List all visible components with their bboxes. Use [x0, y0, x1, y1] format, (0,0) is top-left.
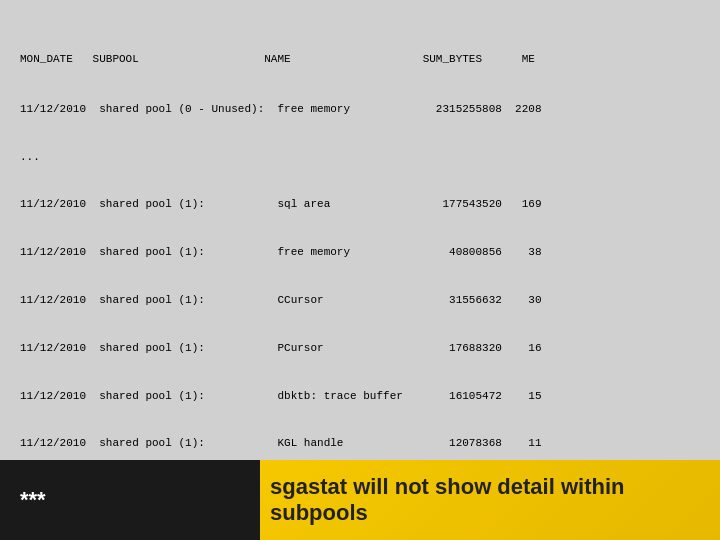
footer-yellow: sgastat will not show detail within subp…	[260, 460, 720, 540]
s1-row-3: 11/12/2010 shared pool (1): CCursor 3155…	[20, 293, 700, 309]
s1-row-1: 11/12/2010 shared pool (1): sql area 177…	[20, 197, 700, 213]
s1-row-5: 11/12/2010 shared pool (1): dbktb: trace…	[20, 389, 700, 405]
footer-stars: ***	[20, 487, 46, 513]
footer-black: ***	[0, 460, 260, 540]
col-mon-date: MON_DATE SUBPOOL NAME SUM_BYTES ME	[20, 53, 535, 65]
main-content: MON_DATE SUBPOOL NAME SUM_BYTES ME 11/12…	[0, 0, 720, 540]
ellipsis-1: ...	[20, 150, 700, 166]
s1-row-4: 11/12/2010 shared pool (1): PCursor 1768…	[20, 341, 700, 357]
s1-row-6: 11/12/2010 shared pool (1): KGL handle 1…	[20, 436, 700, 452]
first-data-row: 11/12/2010 shared pool (0 - Unused): fre…	[20, 102, 700, 118]
footer-text: sgastat will not show detail within subp…	[270, 474, 720, 526]
footer-area: *** sgastat will not show detail within …	[0, 460, 720, 540]
header-row: MON_DATE SUBPOOL NAME SUM_BYTES ME	[20, 52, 700, 68]
s1-row-2: 11/12/2010 shared pool (1): free memory …	[20, 245, 700, 261]
